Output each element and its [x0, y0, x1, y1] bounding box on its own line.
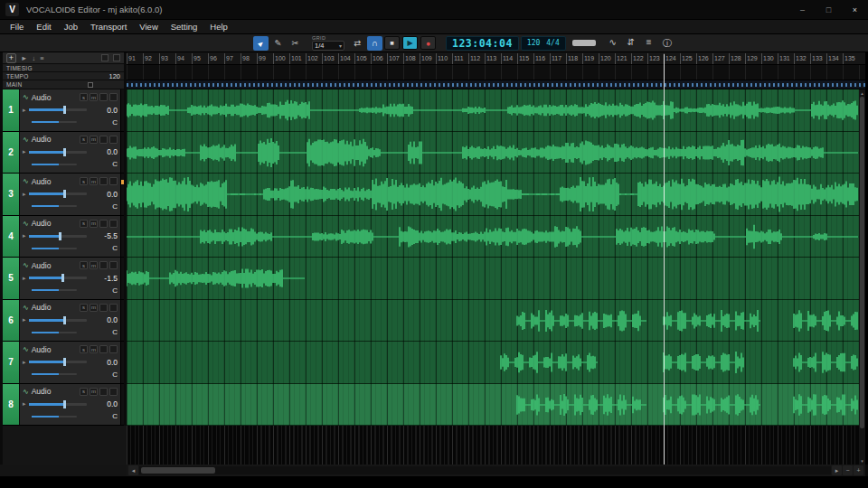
expand-toggle-icon[interactable]: ▸ — [23, 275, 26, 282]
solo-button[interactable]: s — [80, 388, 88, 396]
panel-download-icon[interactable]: ↓ — [32, 54, 35, 62]
track-header-4[interactable]: 4∿Audiosm▸-5.5C — [3, 216, 124, 258]
minimize-button[interactable]: – — [789, 0, 816, 19]
scroll-left-button[interactable]: ◂ — [128, 465, 138, 475]
solo-button[interactable]: s — [80, 261, 88, 269]
menu-item-setting[interactable]: Setting — [165, 22, 204, 32]
scroll-right-button[interactable]: ▸ — [832, 465, 842, 475]
track-lane-1[interactable] — [127, 89, 859, 132]
track-header-1[interactable]: 1∿Audiosm▸0.0C — [3, 89, 124, 132]
pan-slider[interactable] — [32, 121, 77, 123]
main-part-lane[interactable] — [127, 80, 865, 89]
close-button[interactable]: × — [842, 0, 868, 19]
solo-button[interactable]: s — [80, 220, 88, 228]
track-lane-2[interactable] — [127, 132, 859, 174]
bar-ruler[interactable]: 9192939495969798991001011021031041051061… — [127, 52, 865, 65]
track-option-button-2[interactable] — [109, 388, 118, 396]
zoom-in-button[interactable]: + — [854, 465, 863, 475]
track-option-button-1[interactable] — [99, 93, 108, 101]
scroll-down-button[interactable]: ▾ — [859, 457, 865, 465]
track-option-button-2[interactable] — [109, 220, 118, 228]
track-lane-7[interactable] — [127, 342, 859, 384]
volume-slider[interactable] — [29, 277, 87, 279]
vertical-scroll-thumb[interactable] — [860, 97, 864, 428]
solo-button[interactable]: s — [80, 177, 88, 185]
horizontal-scrollbar[interactable]: ◂ ▸ − + — [127, 465, 865, 476]
menu-item-view[interactable]: View — [133, 22, 164, 32]
loop-button[interactable]: ⇄ — [350, 36, 365, 51]
menu-item-help[interactable]: Help — [203, 22, 234, 32]
expand-toggle-icon[interactable]: ▸ — [23, 107, 26, 114]
track-option-button-1[interactable] — [99, 177, 108, 185]
timeline-area[interactable]: 9192939495969798991001011021031041051061… — [127, 52, 865, 465]
mute-button[interactable]: m — [90, 93, 98, 101]
track-option-button-1[interactable] — [99, 388, 108, 396]
volume-slider[interactable] — [29, 151, 87, 154]
mute-button[interactable]: m — [90, 388, 98, 396]
scissors-tool-button[interactable]: ✂ — [288, 36, 303, 51]
solo-button[interactable]: s — [80, 345, 88, 353]
mute-button[interactable]: m — [90, 304, 98, 312]
position-indicator[interactable] — [572, 40, 596, 46]
mute-button[interactable]: m — [90, 177, 98, 185]
mute-button[interactable]: m — [90, 220, 98, 228]
stop-button[interactable]: ■ — [384, 36, 400, 50]
volume-slider[interactable] — [29, 403, 87, 406]
track-option-button-1[interactable] — [99, 261, 108, 269]
expand-toggle-icon[interactable]: ▸ — [23, 316, 26, 324]
track-header-3[interactable]: 3∿Audiosm▸0.0C — [3, 174, 124, 216]
track-option-button-2[interactable] — [109, 345, 118, 353]
track-option-button-2[interactable] — [109, 261, 118, 269]
list-icon[interactable]: ≡ — [643, 37, 656, 50]
menu-item-file[interactable]: File — [4, 22, 30, 32]
info-icon[interactable]: ⓘ — [661, 37, 674, 50]
track-option-button-1[interactable] — [99, 345, 108, 353]
track-lane-6[interactable] — [127, 300, 859, 343]
track-header-6[interactable]: 6∿Audiosm▸0.0C — [3, 300, 124, 343]
menu-item-job[interactable]: Job — [58, 22, 84, 32]
track-lane-3[interactable] — [127, 174, 859, 216]
horizontal-scroll-thumb[interactable] — [141, 467, 215, 474]
mute-button[interactable]: m — [90, 136, 98, 144]
track-option-button-1[interactable] — [99, 220, 108, 228]
track-option-button-2[interactable] — [109, 177, 118, 185]
solo-button[interactable]: s — [80, 136, 88, 144]
track-header-2[interactable]: 2∿Audiosm▸0.0C — [3, 132, 124, 174]
pan-slider[interactable] — [32, 289, 77, 291]
solo-button[interactable]: s — [80, 304, 88, 312]
vertical-scroll-track[interactable] — [859, 97, 865, 457]
zoom-out-button[interactable]: − — [843, 465, 853, 475]
master-mute-button[interactable] — [101, 54, 108, 61]
panel-pointer-icon[interactable]: ► — [21, 54, 27, 62]
pan-slider[interactable] — [32, 332, 77, 333]
pointer-tool-button[interactable]: ► — [253, 36, 269, 51]
track-lane-5[interactable] — [127, 258, 859, 300]
expand-toggle-icon[interactable]: ▸ — [23, 148, 26, 155]
track-lane-4[interactable] — [127, 216, 859, 258]
record-button[interactable]: ● — [420, 36, 436, 50]
main-row-checkbox[interactable] — [88, 82, 93, 88]
volume-slider[interactable] — [29, 319, 87, 322]
track-option-button-2[interactable] — [109, 136, 118, 144]
vertical-scrollbar[interactable]: ▴ ▾ — [859, 89, 865, 465]
menu-item-edit[interactable]: Edit — [30, 22, 57, 32]
automation-curve-icon[interactable]: ∿ — [607, 37, 619, 50]
panel-list-icon[interactable]: ≡ — [40, 54, 43, 62]
mute-button[interactable]: m — [90, 345, 98, 353]
playhead[interactable] — [664, 54, 665, 465]
mixer-icon[interactable]: ⇵ — [625, 37, 637, 50]
volume-slider[interactable] — [29, 361, 87, 363]
pencil-tool-button[interactable]: ✎ — [270, 36, 286, 51]
maximize-button[interactable]: □ — [816, 0, 842, 19]
snap-button[interactable]: ∩ — [367, 36, 382, 51]
track-header-8[interactable]: 8∿Audiosm▸0.0C — [3, 384, 124, 427]
pan-slider[interactable] — [32, 164, 77, 165]
pan-slider[interactable] — [32, 416, 77, 418]
volume-slider[interactable] — [29, 235, 87, 238]
volume-slider[interactable] — [29, 192, 87, 195]
add-track-button[interactable]: + — [6, 53, 16, 63]
master-solo-button[interactable] — [113, 54, 120, 61]
expand-toggle-icon[interactable]: ▸ — [23, 191, 26, 198]
horizontal-scroll-track[interactable] — [139, 466, 831, 474]
pan-slider[interactable] — [32, 373, 77, 375]
